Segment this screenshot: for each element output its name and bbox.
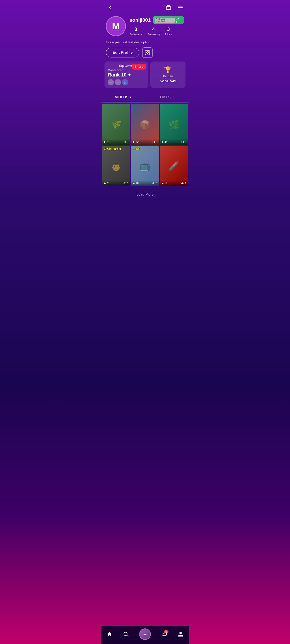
view-count-6: 4 [181,182,186,185]
video-item-6[interactable]: 🧪 17 4 [160,146,188,186]
svg-marker-8 [104,141,106,143]
following-count: 4 [147,26,160,32]
svg-line-27 [127,635,128,636]
play-icon [162,182,164,184]
play-count-1: 5 [104,140,108,144]
video-item-2[interactable]: 📦 52 3 [131,104,159,145]
nav-search[interactable] [123,631,129,637]
following-stat[interactable]: 4 Following [147,26,160,36]
view-count-2: 3 [152,140,157,144]
video-overlay-6: 17 4 [160,180,188,186]
likes-label: Likes [165,33,172,36]
play-count-4: 41 [104,182,110,185]
thumb-visual-6: 🧪 [160,146,188,186]
svg-point-19 [125,183,125,184]
followers-count: 8 [130,26,142,32]
svg-point-16 [182,142,183,142]
svg-marker-23 [162,182,164,184]
action-buttons: Edit Profile [101,47,189,62]
video-item-3[interactable]: 🌿 44 5 [160,104,188,145]
cards-row: Top Gifters Masti Star Rank 10 + Share i… [101,62,189,92]
no-image-tag: No Image Attached [155,18,175,22]
level-badge: No Image Attached Lv. 5 [153,16,184,24]
wallet-icon [166,5,171,10]
view-count-1: 9 [124,140,128,144]
video-grid: 🌾 5 9 📦 52 3 🌿 [101,104,189,186]
svg-marker-17 [104,182,106,184]
back-button[interactable] [106,4,114,12]
username: soniji001 [130,17,151,23]
bottom-nav: + 43 [101,626,189,644]
nav-home[interactable] [107,631,112,637]
add-icon: + [143,631,147,638]
tab-likes[interactable]: LIKES 3 [145,92,189,102]
gifter-avatar-2: img [115,79,121,86]
following-label: Following [147,33,160,36]
thumb-visual-2: 📦 [131,104,159,145]
view-count-4: 6 [124,182,128,185]
load-more-button[interactable]: Load More [101,186,189,202]
thumb-visual-1: 🌾 [102,104,130,145]
svg-rect-1 [166,7,167,8]
eye-icon [152,182,155,184]
nav-profile[interactable] [178,631,183,637]
video-overlay-2: 52 3 [131,139,159,145]
top-right-icons [164,4,184,12]
eye-icon [124,141,126,143]
video-item-4[interactable]: 爸爸又在看手机 👨 41 6 [102,146,130,186]
svg-point-22 [153,183,154,184]
thumb-visual-5: 📺 [131,146,159,186]
svg-marker-20 [133,182,135,184]
video-overlay-4: 41 6 [102,180,130,186]
svg-point-13 [153,142,154,142]
followers-stat[interactable]: 8 Followers [130,26,142,36]
profile-info: soniji001 No Image Attached Lv. 5 8 Foll… [130,16,184,36]
likes-stat[interactable]: 3 Likes [165,26,172,36]
instagram-button[interactable] [142,47,153,58]
rank-card: Top Gifters Masti Star Rank 10 + Share i… [105,62,148,88]
username-row: soniji001 No Image Attached Lv. 5 [130,16,184,24]
svg-point-30 [165,634,165,634]
search-icon [123,631,129,637]
svg-marker-11 [133,141,135,143]
tab-videos[interactable]: VIDEOS 7 [101,92,145,102]
svg-point-25 [182,183,183,184]
nav-messages[interactable]: 43 [161,631,167,637]
play-count-2: 52 [133,140,139,144]
video-item-5[interactable]: ANDY 📺 18 3 [131,146,159,186]
wallet-button[interactable] [164,4,172,12]
view-count-3: 5 [181,140,186,144]
nav-add[interactable]: + [139,628,151,640]
svg-point-0 [169,8,170,8]
avatar: M [106,16,126,36]
play-icon [162,141,164,143]
share-button[interactable]: Share [132,64,146,70]
svg-marker-14 [162,141,164,143]
top-bar [101,0,189,14]
svg-point-6 [147,52,148,54]
video-overlay-1: 5 9 [102,139,130,145]
edit-profile-button[interactable]: Edit Profile [106,48,139,58]
likes-count: 3 [165,26,172,32]
family-icon: 🏆 [164,66,172,74]
notification-badge: 43 [164,630,168,633]
family-card[interactable]: 🏆 Family Soni1545 [150,62,185,88]
menu-button[interactable] [176,4,184,12]
followers-label: Followers [130,33,142,36]
svg-point-7 [148,51,149,52]
gifter-avatar-1: img [108,79,114,86]
family-name: Soni1545 [160,79,176,84]
menu-icon [177,5,183,10]
svg-point-29 [164,634,164,634]
play-count-3: 44 [162,140,167,144]
rank-text: Rank 10 + [108,72,145,78]
profile-section: M soniji001 No Image Attached Lv. 5 8 Fo… [101,14,189,38]
add-button[interactable]: + [139,628,151,640]
gifter-avatar-3: 🐟 [122,79,128,86]
stats-row: 8 Followers 4 Following 3 Likes [130,26,184,36]
video-overlay-3: 44 5 [160,139,188,145]
play-count-5: 18 [133,182,139,185]
video-item-1[interactable]: 🌾 5 9 [102,104,130,145]
play-icon [104,141,106,143]
profile-icon [178,631,183,637]
